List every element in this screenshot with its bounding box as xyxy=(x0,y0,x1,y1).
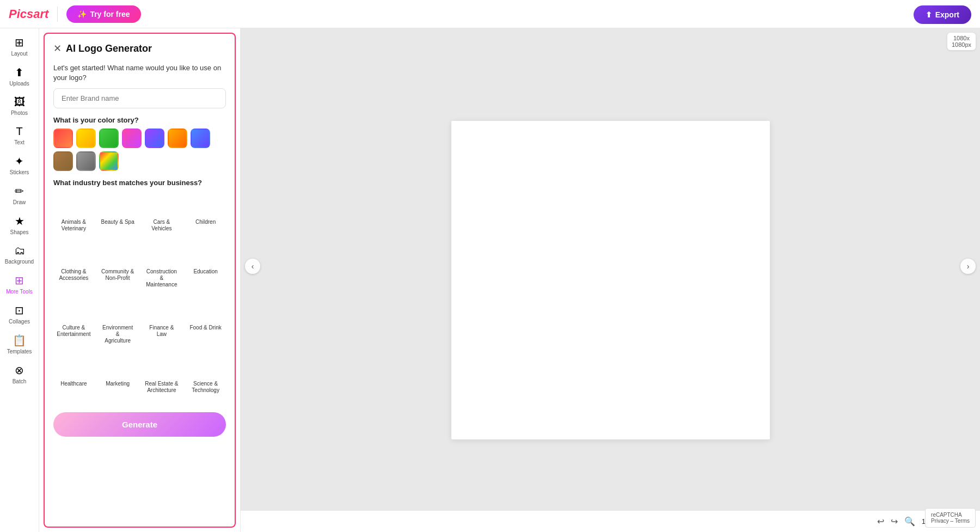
industry-item-finance[interactable]: Finance & Law xyxy=(142,297,182,350)
sidebar-item-layout[interactable]: ⊞Layout xyxy=(3,33,36,60)
panel-header: ✕ AI Logo Generator xyxy=(53,42,226,54)
header: Picsart ✨ Try for free ⬆ Export xyxy=(0,0,980,28)
sidebar-item-shapes[interactable]: ★Shapes xyxy=(3,211,36,239)
clothing-label: Clothing &Accessories xyxy=(59,268,88,282)
logo-text: Picsart xyxy=(9,7,48,21)
left-sidebar: ⊞Layout⬆Uploads🖼PhotosTText✦Stickers✏Dra… xyxy=(0,28,39,532)
canvas-area xyxy=(241,28,980,532)
close-button[interactable]: ✕ xyxy=(53,42,62,54)
animals-label: Animals &Veterinary xyxy=(62,219,86,232)
undo-button[interactable]: ↩ xyxy=(877,516,884,527)
industry-item-construction[interactable]: Construction &Maintenance xyxy=(142,241,182,293)
culture-label: Culture &Entertainment xyxy=(57,325,90,338)
industry-item-cars[interactable]: Cars & Vehicles xyxy=(142,191,182,237)
industry-item-environment[interactable]: Environment &Agriculture xyxy=(97,297,138,350)
color-swatch-orange[interactable] xyxy=(168,129,187,148)
sidebar-item-draw[interactable]: ✏Draw xyxy=(3,181,36,209)
export-label: Export xyxy=(935,10,959,19)
sidebar-label-stickers: Stickers xyxy=(10,169,29,176)
bottom-toolbar: ↩ ↪ 🔍 100% 🔍 ⚙ xyxy=(241,510,980,532)
canvas-size-label: 1080x 1080px xyxy=(947,33,976,50)
try-free-label: Try for free xyxy=(90,10,130,19)
zoom-out-button[interactable]: 🔍 xyxy=(904,516,915,527)
environment-label: Environment &Agriculture xyxy=(101,325,135,344)
food-label: Food & Drink xyxy=(189,325,221,331)
sidebar-label-collages: Collages xyxy=(9,319,30,325)
sidebar-label-templates: Templates xyxy=(7,348,32,355)
panel-title: AI Logo Generator xyxy=(66,43,152,54)
industry-item-education[interactable]: Education xyxy=(185,241,226,293)
sidebar-label-shapes: Shapes xyxy=(10,229,29,236)
industry-item-marketing[interactable]: Marketing xyxy=(97,353,138,399)
background-icon: 🗂 xyxy=(14,244,25,257)
industry-grid: Animals &VeterinaryBeauty & SpaCars & Ve… xyxy=(53,191,226,399)
sidebar-label-batch: Batch xyxy=(13,378,27,385)
color-swatch-gray[interactable] xyxy=(76,151,96,171)
sidebar-label-text: Text xyxy=(14,139,24,146)
color-section-title: What is your color story? xyxy=(53,116,226,124)
ai-logo-panel: ✕ AI Logo Generator Let's get started! W… xyxy=(39,28,241,532)
construction-label: Construction &Maintenance xyxy=(145,268,179,288)
color-swatch-red-warm[interactable] xyxy=(53,129,73,148)
sidebar-item-more-tools[interactable]: ⊞More Tools xyxy=(3,271,36,298)
stickers-icon: ✦ xyxy=(15,155,24,168)
sidebar-item-batch[interactable]: ⊗Batch xyxy=(3,360,36,388)
color-swatch-purple-blue[interactable] xyxy=(145,129,164,148)
color-swatch-pink-purple[interactable] xyxy=(122,129,142,148)
layout-icon: ⊞ xyxy=(15,36,24,49)
templates-icon: 📋 xyxy=(13,334,26,347)
color-swatch-multicolor[interactable] xyxy=(99,151,119,171)
color-swatch-brown[interactable] xyxy=(53,151,73,171)
cars-label: Cars & Vehicles xyxy=(145,219,179,232)
color-swatch-yellow[interactable] xyxy=(76,129,96,148)
community-label: Community &Non-Profit xyxy=(101,268,134,282)
logo: Picsart xyxy=(9,7,48,21)
sidebar-item-background[interactable]: 🗂Background xyxy=(3,241,36,268)
science-label: Science &Technology xyxy=(192,381,219,394)
beauty-label: Beauty & Spa xyxy=(101,219,134,225)
sidebar-item-stickers[interactable]: ✦Stickers xyxy=(3,151,36,179)
canvas xyxy=(451,121,770,439)
industry-item-healthcare[interactable]: Healthcare xyxy=(53,353,94,399)
realestate-label: Real Estate &Architecture xyxy=(145,381,178,394)
try-free-button[interactable]: ✨ Try for free xyxy=(66,5,140,23)
industry-item-children[interactable]: Children xyxy=(185,191,226,237)
industry-section-title: What industry best matches your business… xyxy=(53,179,226,187)
color-swatch-green[interactable] xyxy=(99,129,119,148)
industry-item-clothing[interactable]: Clothing &Accessories xyxy=(53,241,94,293)
children-label: Children xyxy=(195,219,216,225)
draw-icon: ✏ xyxy=(15,185,24,198)
education-label: Education xyxy=(193,268,217,275)
sidebar-item-templates[interactable]: 📋Templates xyxy=(3,331,36,358)
industry-item-beauty[interactable]: Beauty & Spa xyxy=(97,191,138,237)
header-divider xyxy=(57,7,58,22)
export-icon: ⬆ xyxy=(926,10,932,19)
industry-item-community[interactable]: Community &Non-Profit xyxy=(97,241,138,293)
sidebar-item-text[interactable]: TText xyxy=(3,122,36,149)
marketing-label: Marketing xyxy=(106,381,130,387)
brand-name-input[interactable] xyxy=(53,88,226,108)
industry-item-food[interactable]: Food & Drink xyxy=(185,297,226,350)
generate-button[interactable]: Generate xyxy=(53,412,226,437)
color-swatch-blue-purple[interactable] xyxy=(191,129,210,148)
canvas-height: 1080px xyxy=(952,41,971,48)
nav-arrow-left[interactable]: ‹ xyxy=(245,259,260,274)
sidebar-label-uploads: Uploads xyxy=(9,81,29,87)
sidebar-item-photos[interactable]: 🖼Photos xyxy=(3,93,36,120)
nav-arrow-right[interactable]: › xyxy=(960,259,976,274)
sidebar-label-background: Background xyxy=(5,259,34,265)
color-grid xyxy=(53,129,226,171)
sidebar-item-collages[interactable]: ⊡Collages xyxy=(3,301,36,328)
industry-item-culture[interactable]: Culture &Entertainment xyxy=(53,297,94,350)
batch-icon: ⊗ xyxy=(15,364,24,377)
industry-item-animals[interactable]: Animals &Veterinary xyxy=(53,191,94,237)
more-tools-icon: ⊞ xyxy=(15,274,24,287)
sidebar-item-uploads[interactable]: ⬆Uploads xyxy=(3,63,36,90)
industry-item-realestate[interactable]: Real Estate &Architecture xyxy=(142,353,182,399)
redo-button[interactable]: ↪ xyxy=(891,516,898,527)
text-icon: T xyxy=(16,125,22,138)
export-button[interactable]: ⬆ Export xyxy=(914,5,971,24)
sidebar-label-layout: Layout xyxy=(11,51,27,57)
uploads-icon: ⬆ xyxy=(15,66,24,79)
industry-item-science[interactable]: Science &Technology xyxy=(185,353,226,399)
